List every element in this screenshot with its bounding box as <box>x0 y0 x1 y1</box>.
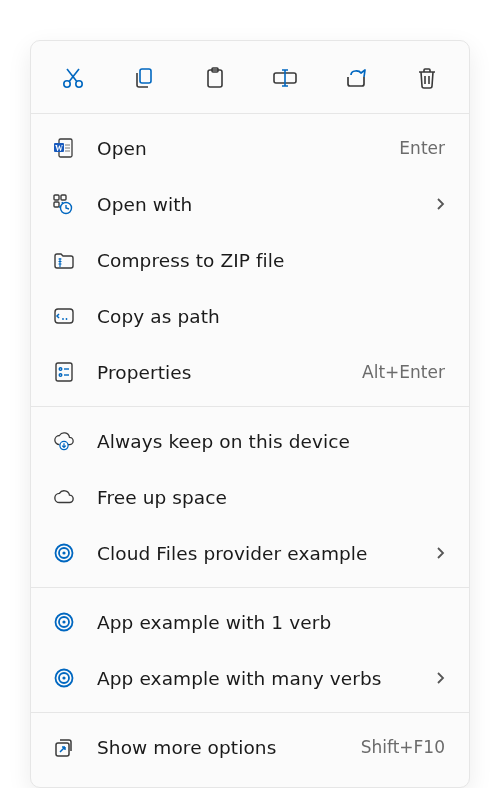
menu-item-shortcut: Shift+F10 <box>361 737 445 757</box>
chevron-right-icon <box>435 546 445 560</box>
chevron-right-icon <box>435 197 445 211</box>
svg-point-45 <box>62 676 65 679</box>
svg-rect-21 <box>61 195 66 200</box>
svg-text:W: W <box>55 144 63 153</box>
svg-rect-4 <box>140 69 151 83</box>
menu-item-label: App example with 1 verb <box>97 612 445 633</box>
menu-item-label: App example with many verbs <box>97 668 413 689</box>
menu-section: W Open Enter <box>31 114 469 406</box>
menu-item-shortcut: Alt+Enter <box>362 362 445 382</box>
svg-point-1 <box>76 80 82 86</box>
delete-icon <box>416 66 438 93</box>
svg-point-42 <box>62 620 65 623</box>
paste-icon <box>203 66 227 93</box>
menu-item-app-many-verbs[interactable]: App example with many verbs <box>31 650 469 706</box>
chevron-right-icon <box>435 671 445 685</box>
menu-item-compress-zip[interactable]: Compress to ZIP file <box>31 232 469 288</box>
share-icon <box>344 66 368 93</box>
menu-item-label: Open <box>97 138 377 159</box>
swirl-icon <box>53 542 75 564</box>
share-button[interactable] <box>336 59 376 99</box>
svg-point-30 <box>66 318 68 320</box>
copy-icon <box>132 66 156 93</box>
svg-rect-31 <box>56 363 72 381</box>
copy-path-icon <box>53 305 75 327</box>
menu-item-cloud-provider[interactable]: Cloud Files provider example <box>31 525 469 581</box>
svg-point-39 <box>62 551 65 554</box>
menu-item-copy-path[interactable]: Copy as path <box>31 288 469 344</box>
menu-item-label: Free up space <box>97 487 445 508</box>
rename-button[interactable] <box>265 59 305 99</box>
cut-icon <box>61 66 85 93</box>
rename-icon <box>272 66 298 93</box>
menu-item-label: Cloud Files provider example <box>97 543 413 564</box>
menu-section: Show more options Shift+F10 <box>31 712 469 781</box>
more-options-icon <box>53 736 75 758</box>
cloud-free-icon <box>53 486 75 508</box>
menu-item-label: Properties <box>97 362 340 383</box>
word-doc-icon: W <box>53 137 75 159</box>
zip-icon <box>53 249 75 271</box>
svg-rect-19 <box>54 195 59 200</box>
svg-point-33 <box>59 374 62 377</box>
svg-point-32 <box>59 368 62 371</box>
menu-item-keep-on-device[interactable]: Always keep on this device <box>31 413 469 469</box>
menu-item-free-space[interactable]: Free up space <box>31 469 469 525</box>
menu-item-label: Compress to ZIP file <box>97 250 445 271</box>
copy-button[interactable] <box>124 59 164 99</box>
menu-section: Always keep on this device Free up space… <box>31 406 469 587</box>
menu-item-show-more[interactable]: Show more options Shift+F10 <box>31 719 469 775</box>
properties-icon <box>53 361 75 383</box>
delete-button[interactable] <box>407 59 447 99</box>
svg-rect-20 <box>54 202 59 207</box>
menu-item-label: Show more options <box>97 737 339 758</box>
menu-item-label: Open with <box>97 194 413 215</box>
swirl-icon <box>53 667 75 689</box>
menu-item-label: Copy as path <box>97 306 445 327</box>
svg-point-0 <box>64 80 70 86</box>
menu-item-open[interactable]: W Open Enter <box>31 120 469 176</box>
context-menu: W Open Enter <box>30 40 470 788</box>
menu-item-open-with[interactable]: Open with <box>31 176 469 232</box>
paste-button[interactable] <box>195 59 235 99</box>
cloud-keep-icon <box>53 430 75 452</box>
swirl-icon <box>53 611 75 633</box>
menu-item-properties[interactable]: Properties Alt+Enter <box>31 344 469 400</box>
svg-line-2 <box>69 69 79 82</box>
menu-item-app-1-verb[interactable]: App example with 1 verb <box>31 594 469 650</box>
cut-button[interactable] <box>53 59 93 99</box>
menu-section: App example with 1 verb App example with… <box>31 587 469 712</box>
menu-item-label: Always keep on this device <box>97 431 445 452</box>
open-with-icon <box>53 193 75 215</box>
context-menu-toolbar <box>31 47 469 114</box>
menu-item-shortcut: Enter <box>399 138 445 158</box>
svg-line-3 <box>67 69 77 82</box>
svg-point-29 <box>62 318 64 320</box>
